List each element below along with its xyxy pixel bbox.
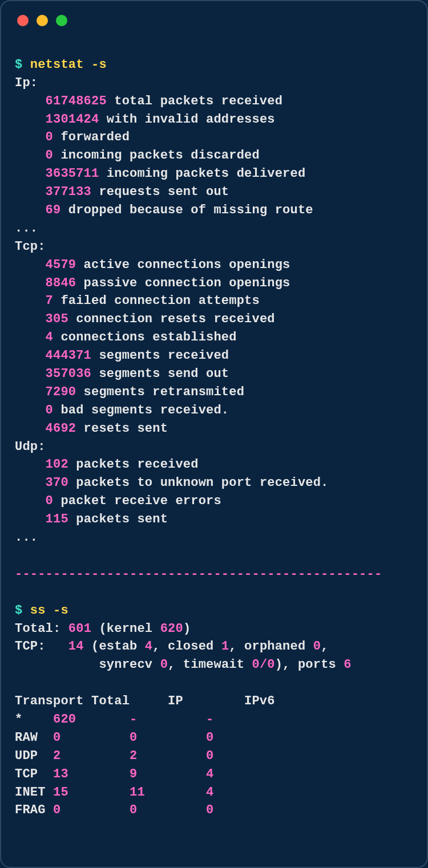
stat-text: incoming packets delivered: [99, 167, 305, 181]
table-row-name: INET: [15, 785, 53, 800]
stat-number: 4692: [46, 421, 76, 436]
ss-closed: 1: [221, 639, 229, 654]
stat-text: packets received: [68, 457, 199, 472]
table-row-ip: 2: [130, 749, 206, 763]
ss-kernel-suffix: ): [183, 622, 191, 636]
window-controls: [15, 11, 413, 38]
stat-text: incoming packets discarded: [53, 148, 260, 163]
stat-number: 377133: [46, 185, 91, 199]
section-tcp-header: Tcp:: [15, 240, 46, 254]
ss-table-header: Transport Total IP IPv6: [15, 694, 275, 708]
table-row-name: UDP: [15, 749, 53, 763]
prompt: $: [15, 58, 22, 72]
stat-text: connections established: [53, 330, 237, 344]
table-row-ipv6: -: [206, 712, 213, 727]
stat-text: dropped because of missing route: [60, 203, 313, 217]
ss-orphaned-suffix: ,: [321, 639, 328, 654]
table-row-ipv6: 4: [206, 767, 213, 781]
prompt: $: [15, 603, 22, 618]
stat-text: requests sent out: [91, 185, 229, 199]
table-row-ip: 11: [130, 785, 206, 800]
stat-text: failed connection attempts: [53, 294, 260, 308]
section-ip-header: Ip:: [15, 76, 38, 90]
ellipsis: ...: [15, 221, 38, 236]
stat-number: 305: [46, 312, 68, 326]
stat-text: packets to unknown port received.: [68, 476, 329, 490]
ss-kernel-prefix: (kernel: [91, 622, 160, 636]
stat-number: 357036: [46, 367, 91, 381]
ss-orphaned: 0: [313, 639, 321, 654]
stat-number: 444371: [46, 348, 91, 363]
stat-number: 0: [46, 130, 53, 144]
ellipsis: ...: [15, 530, 38, 545]
ss-orphaned-prefix: , orphaned: [229, 639, 313, 654]
stat-text: segments retransmited: [76, 385, 244, 399]
terminal-output: $ netstat -s Ip: 61748625 total packets …: [15, 38, 413, 820]
table-row-ip: 0: [130, 731, 206, 745]
ss-tcp-total: 14: [68, 639, 84, 654]
stat-text: packet receive errors: [53, 494, 221, 508]
ss-synrecv: 0: [160, 658, 168, 672]
table-row-ipv6: 0: [206, 749, 213, 763]
table-row-total: 620: [53, 712, 130, 727]
table-row-ip: 9: [130, 767, 206, 781]
table-row-ipv6: 0: [206, 803, 213, 817]
table-row-name: *: [15, 712, 53, 727]
ss-ports-prefix: ), ports: [275, 658, 344, 672]
stat-number: 0: [46, 494, 53, 508]
stat-number: 0: [46, 148, 53, 163]
stat-number: 3635711: [46, 167, 99, 181]
stat-number: 0: [46, 403, 53, 417]
table-row-ipv6: 0: [206, 731, 213, 745]
ss-estab: 4: [145, 639, 152, 654]
stat-number: 4: [46, 330, 53, 344]
stat-text: with invalid addresses: [99, 112, 274, 127]
ip-rows: 61748625 total packets received 1301424 …: [15, 94, 313, 217]
ss-closed-prefix: , closed: [152, 639, 221, 654]
terminal-window: $ netstat -s Ip: 61748625 total packets …: [0, 0, 428, 868]
stat-text: packets sent: [68, 512, 168, 526]
table-row-ip: 0: [130, 803, 206, 817]
ss-total: 601: [68, 622, 91, 636]
stat-text: forwarded: [53, 130, 130, 144]
stat-text: bad segments received.: [53, 403, 229, 417]
table-row-total: 0: [53, 731, 130, 745]
udp-rows: 102 packets received 370 packets to unkn…: [15, 457, 329, 526]
stat-number: 69: [46, 203, 61, 217]
ss-timewait-prefix: , timewait: [168, 658, 252, 672]
stat-text: segments send out: [91, 367, 229, 381]
ss-kernel: 620: [160, 622, 183, 636]
table-row-ipv6: 4: [206, 785, 213, 800]
table-row-total: 2: [53, 749, 130, 763]
stat-text: total packets received: [107, 94, 282, 108]
stat-number: 4579: [46, 258, 76, 272]
ss-table-rows: * 620 - - RAW 0 0 0 UDP 2 2 0 TCP 13 9 4…: [15, 712, 213, 817]
tcp-rows: 4579 active connections openings 8846 pa…: [15, 258, 290, 436]
ss-estab-prefix: (estab: [84, 639, 145, 654]
separator: ----------------------------------------…: [15, 567, 382, 581]
ss-tcp-label: TCP:: [15, 639, 68, 654]
stat-number: 370: [46, 476, 68, 490]
table-row-total: 0: [53, 803, 130, 817]
stat-number: 102: [46, 457, 68, 472]
stat-text: active connections openings: [76, 258, 290, 272]
minimize-icon[interactable]: [37, 15, 48, 26]
command-netstat: netstat -s: [30, 58, 107, 72]
close-icon[interactable]: [17, 15, 29, 26]
stat-number: 7: [46, 294, 53, 308]
table-row-name: FRAG: [15, 803, 53, 817]
stat-text: resets sent: [76, 421, 168, 436]
command-ss: ss -s: [30, 603, 68, 618]
stat-number: 1301424: [46, 112, 99, 127]
stat-text: passive connection openings: [76, 276, 290, 290]
ss-ports: 6: [344, 658, 351, 672]
table-row-name: TCP: [15, 767, 53, 781]
table-row-total: 13: [53, 767, 130, 781]
stat-number: 115: [46, 512, 68, 526]
section-udp-header: Udp:: [15, 440, 46, 454]
zoom-icon[interactable]: [56, 15, 67, 26]
ss-line2-indent: synrecv: [15, 658, 160, 672]
stat-text: connection resets received: [68, 312, 275, 326]
stat-number: 8846: [46, 276, 76, 290]
stat-text: segments received: [91, 348, 229, 363]
